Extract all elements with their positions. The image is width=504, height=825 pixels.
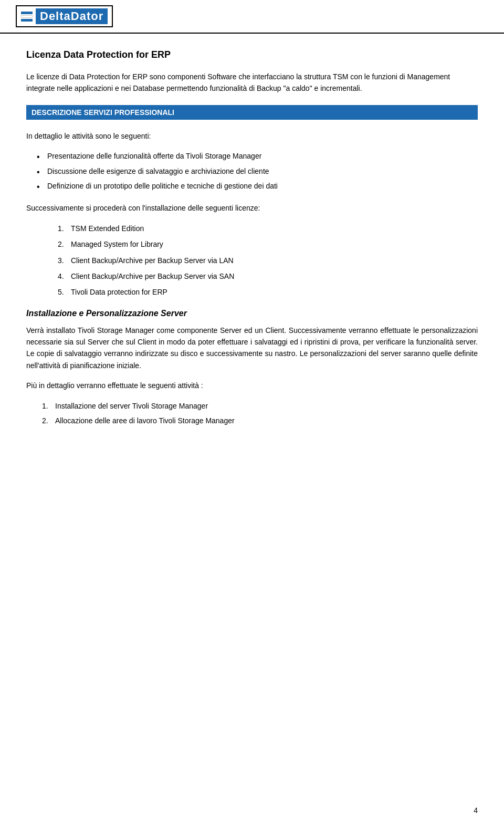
license-item-2: 2. Managed System for Library [58, 238, 478, 250]
list-number: 4. [58, 270, 71, 282]
logo-stripe-middle [21, 15, 33, 18]
list-number: 2. [58, 238, 71, 250]
license-item-4: 4. Client Backup/Archive per Backup Serv… [58, 270, 478, 282]
page-footer: 4 [474, 806, 478, 814]
page-number: 4 [474, 806, 478, 814]
license-item-3: 3. Client Backup/Archive per Backup Serv… [58, 255, 478, 266]
logo-stripe-top [21, 12, 33, 14]
activity-item-2: 2. Allocazione delle aree di lavoro Tivo… [42, 415, 478, 426]
list-text: TSM Extended Edition [71, 223, 144, 234]
list-text: Allocazione delle aree di lavoro Tivoli … [55, 415, 235, 426]
list-number: 1. [42, 400, 55, 412]
logo-text-container: DeltaDator [36, 8, 108, 24]
list-number: 3. [58, 255, 71, 266]
list-text: Managed System for Library [71, 238, 163, 250]
logo-box: DeltaDator [16, 5, 113, 27]
list-number: 1. [58, 223, 71, 234]
intro-text: Le licenze di Data Protection for ERP so… [26, 71, 478, 95]
list-number: 5. [58, 286, 71, 298]
activities-list: 1. Installazione del server Tivoli Stora… [42, 400, 478, 427]
list-number: 2. [42, 415, 55, 426]
content-area: Licenza Data Protection for ERP Le licen… [0, 34, 504, 451]
logo-brand: DeltaDator [36, 8, 108, 24]
page-title: Licenza Data Protection for ERP [26, 49, 478, 60]
activity-item-1: 1. Installazione del server Tivoli Stora… [42, 400, 478, 412]
license-list: 1. TSM Extended Edition 2. Managed Syste… [58, 223, 478, 298]
list-item: Definizione di un prototipo delle politi… [37, 180, 478, 192]
list-text: Installazione del server Tivoli Storage … [55, 400, 208, 412]
more-detail-text: Più in dettaglio verranno effettuate le … [26, 380, 478, 391]
header: DeltaDator [0, 0, 504, 34]
logo-stripe-bottom [21, 19, 33, 22]
license-item-1: 1. TSM Extended Edition [58, 223, 478, 234]
server-paragraph: Verrà installato Tivoli Storage Manager … [26, 325, 478, 372]
logo-stripes [21, 12, 33, 22]
server-section-heading: Installazione e Personalizzazione Server [26, 309, 478, 318]
list-text: Tivoli Data protection for ERP [71, 286, 167, 298]
detail-intro: In dettaglio le attività sono le seguent… [26, 130, 478, 142]
page-container: DeltaDator Licenza Data Protection for E… [0, 0, 504, 825]
next-steps-text: Successivamente si procederà con l'insta… [26, 202, 478, 214]
list-item: Discussione delle esigenze di salvataggi… [37, 165, 478, 177]
logo-container: DeltaDator [16, 5, 113, 27]
bullet-list: Presentazione delle funzionalità offerte… [37, 150, 478, 192]
list-text: Client Backup/Archive per Backup Server … [71, 255, 234, 266]
list-item: Presentazione delle funzionalità offerte… [37, 150, 478, 162]
section-header-bar: DESCRIZIONE SERVIZI PROFESSIONALI [26, 105, 478, 120]
license-item-5: 5. Tivoli Data protection for ERP [58, 286, 478, 298]
list-text: Client Backup/Archive per Backup Server … [71, 270, 234, 282]
